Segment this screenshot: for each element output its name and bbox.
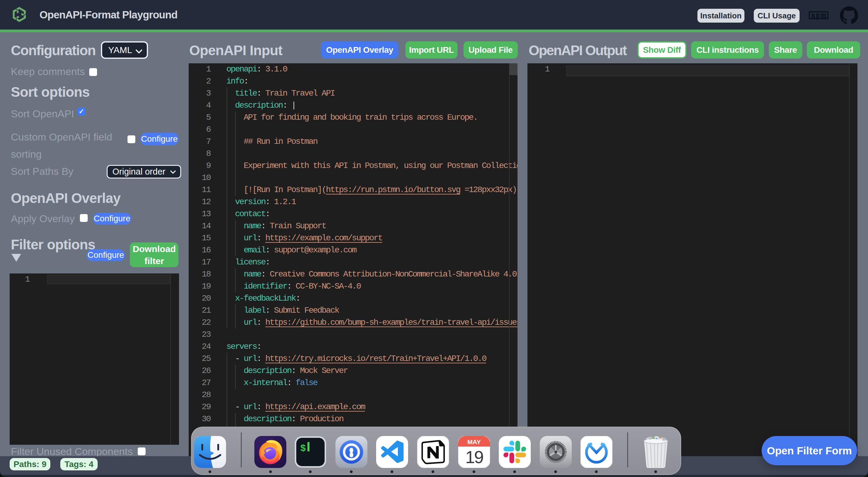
svg-text:$: $ [300,443,306,454]
svg-text:MAY: MAY [467,439,481,445]
svg-text:19: 19 [465,447,483,467]
